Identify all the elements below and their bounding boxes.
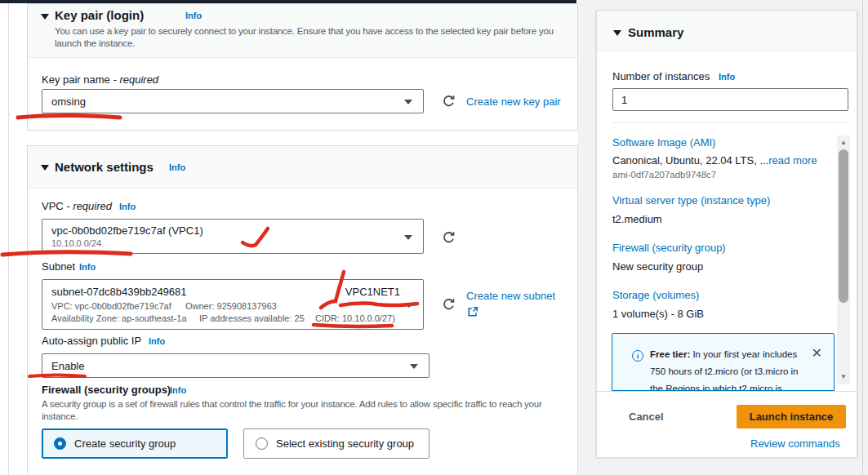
launch-instance-button[interactable]: Launch instance bbox=[737, 405, 846, 428]
label-text: VPC bbox=[42, 200, 64, 212]
refresh-icon[interactable] bbox=[442, 231, 456, 245]
summary-item-label[interactable]: Virtual server type (instance type) bbox=[612, 194, 770, 206]
required-text: - required bbox=[113, 73, 158, 86]
scroll-up-icon[interactable]: ▲ bbox=[837, 138, 850, 148]
page-left-edge-line bbox=[8, 3, 9, 475]
refresh-icon[interactable] bbox=[442, 298, 456, 312]
auto-assign-selected-value: Enable bbox=[51, 360, 84, 372]
chevron-down-icon bbox=[405, 303, 413, 308]
summary-footer: Cancel Launch instance Review commands bbox=[597, 391, 857, 457]
scroll-down-icon[interactable]: ▼ bbox=[837, 372, 850, 382]
vpc-select[interactable]: vpc-0b0bd02fbe719c7af (VPC1) 10.10.0.0/2… bbox=[42, 219, 424, 254]
chevron-down-icon bbox=[404, 235, 412, 240]
summary-item-value: 1 volume(s) - 8 GiB bbox=[612, 308, 704, 320]
ami-value-text: Canonical, Ubuntu, 22.04 LTS, ... bbox=[612, 154, 768, 166]
summary-item-label[interactable]: Firewall (security group) bbox=[612, 242, 726, 254]
free-tier-text: Free tier: In your first year includes 7… bbox=[650, 346, 812, 391]
section-caret-icon[interactable] bbox=[41, 14, 49, 20]
info-link[interactable]: Info bbox=[170, 385, 186, 395]
section-caret-icon[interactable] bbox=[41, 165, 49, 171]
summary-scroll-area: Software Image (AMI) Canonical, Ubuntu, … bbox=[597, 125, 857, 391]
subnet-cidr: CIDR: 10.10.0.0/27) bbox=[315, 313, 395, 323]
free-tier-title: Free tier: bbox=[650, 349, 690, 359]
section-caret-icon[interactable] bbox=[613, 30, 621, 36]
summary-item-label[interactable]: Software Image (AMI) bbox=[612, 136, 715, 149]
scrollbar-track[interactable]: ▲ ▼ bbox=[837, 135, 850, 384]
subnet-id: subnet-07dc8b439bb249681 bbox=[51, 286, 187, 298]
subnet-label: Subnet bbox=[42, 260, 75, 273]
subnet-vpc: VPC: vpc-0b0bd02fbe719c7af bbox=[51, 301, 171, 311]
section-title: Network settings bbox=[55, 160, 154, 174]
section-title: Key pair (login) bbox=[55, 8, 144, 22]
refresh-icon[interactable] bbox=[442, 95, 456, 109]
create-subnet-link[interactable]: Create new subnet bbox=[466, 290, 555, 302]
summary-item-value: t2.medium bbox=[612, 213, 662, 225]
scrollbar-thumb[interactable] bbox=[839, 149, 848, 303]
section-title: Summary bbox=[628, 25, 683, 39]
key-pair-header[interactable]: Key pair (login) Info You can use a key … bbox=[28, 4, 577, 58]
network-header[interactable]: Network settings Info bbox=[28, 146, 577, 189]
auto-assign-label: Auto-assign public IP bbox=[42, 335, 141, 347]
vpc-selected-value: vpc-0b0bd02fbe719c7af (VPC1) bbox=[51, 224, 203, 237]
required-text: - required bbox=[66, 200, 112, 212]
vpc-label: VPC - required bbox=[42, 200, 112, 212]
info-link[interactable]: Info bbox=[185, 11, 202, 20]
firewall-description: A security group is a set of firewall ru… bbox=[42, 398, 572, 423]
chevron-down-icon bbox=[410, 364, 418, 369]
key-pair-name-label: Key pair name - required bbox=[42, 73, 158, 86]
free-tier-alert: i Free tier: In your first year includes… bbox=[612, 333, 835, 391]
create-security-group-option[interactable]: Create security group bbox=[42, 428, 228, 459]
chevron-down-icon bbox=[404, 100, 412, 104]
info-link[interactable]: Info bbox=[119, 202, 136, 211]
info-link[interactable]: Info bbox=[79, 262, 96, 272]
radio-unselected-icon[interactable] bbox=[256, 437, 268, 450]
summary-item-sub: ami-0df7a207adb9748c7 bbox=[612, 170, 716, 180]
section-description: You can use a key pair to securely conne… bbox=[55, 25, 571, 50]
subnet-ips: IP addresses available: 25 bbox=[199, 313, 305, 323]
info-link[interactable]: Info bbox=[149, 336, 165, 346]
radio-label: Select existing security group bbox=[276, 437, 414, 450]
close-icon[interactable]: ✕ bbox=[812, 345, 822, 361]
summary-panel: Summary Number of instances Info Softwar… bbox=[596, 10, 857, 457]
subnet-select[interactable]: subnet-07dc8b439bb249681 VPC1NET1 VPC: v… bbox=[42, 279, 424, 330]
read-more-link[interactable]: read more bbox=[768, 154, 817, 166]
info-link[interactable]: Info bbox=[169, 162, 185, 172]
label-text: Key pair name bbox=[42, 73, 110, 86]
summary-item-value: New security group bbox=[612, 260, 703, 273]
firewall-label: Firewall (security groups) bbox=[42, 384, 171, 396]
summary-header[interactable]: Summary bbox=[597, 11, 857, 51]
network-settings-section: Network settings Info VPC - required Inf… bbox=[27, 145, 578, 475]
radio-label: Create security group bbox=[74, 437, 176, 450]
page-right-edge-line bbox=[862, 0, 863, 475]
info-circle-icon: i bbox=[632, 350, 643, 362]
summary-item-value: Canonical, Ubuntu, 22.04 LTS, ...read mo… bbox=[612, 154, 817, 166]
vpc-selected-cidr: 10.10.0.0/24 bbox=[51, 238, 101, 248]
subnet-name: VPC1NET1 bbox=[345, 286, 400, 298]
instances-label: Number of instances bbox=[612, 70, 710, 82]
key-pair-select[interactable]: omsing bbox=[42, 89, 424, 113]
instances-input[interactable] bbox=[612, 88, 848, 111]
cancel-button[interactable]: Cancel bbox=[629, 411, 664, 423]
auto-assign-select[interactable]: Enable bbox=[42, 353, 430, 378]
summary-item-label[interactable]: Storage (volumes) bbox=[612, 289, 699, 301]
info-link[interactable]: Info bbox=[719, 72, 735, 82]
external-link-icon[interactable] bbox=[467, 306, 479, 317]
create-key-pair-link[interactable]: Create new key pair bbox=[466, 95, 561, 108]
divider bbox=[612, 122, 850, 123]
subnet-az: Availability Zone: ap-southeast-1a bbox=[51, 313, 187, 323]
subnet-owner: Owner: 925908137963 bbox=[185, 301, 277, 311]
review-commands-link[interactable]: Review commands bbox=[750, 437, 840, 450]
radio-selected-icon[interactable] bbox=[54, 437, 66, 450]
select-security-group-option[interactable]: Select existing security group bbox=[243, 428, 430, 459]
key-pair-selected-value: omsing bbox=[51, 95, 86, 108]
key-pair-section: Key pair (login) Info You can use a key … bbox=[27, 3, 578, 131]
